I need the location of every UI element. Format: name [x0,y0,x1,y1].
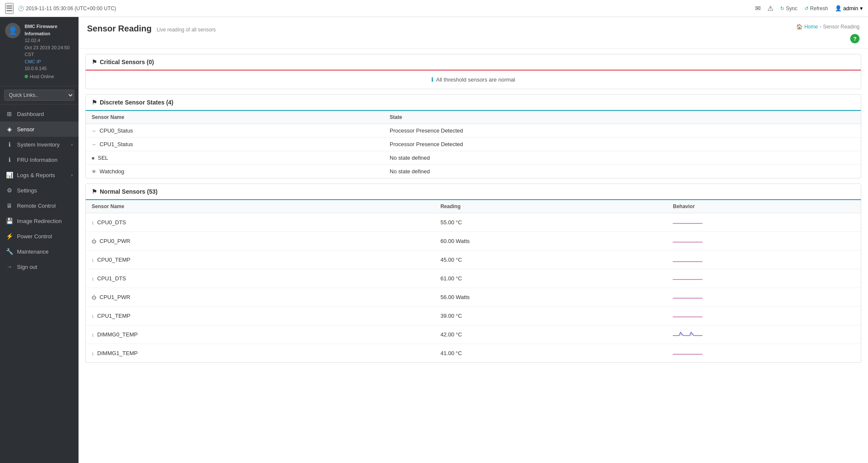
sparkline [673,291,702,302]
sidebar-item-dashboard[interactable]: ⊞ Dashboard [0,106,79,121]
refresh-label: Refresh [810,6,828,11]
sidebar-item-label: Logs & Reports [17,172,55,178]
refresh-button[interactable]: ↺ Refresh [804,6,828,11]
sensor-behavior-cell [667,307,861,325]
sidebar-item-settings[interactable]: ⚙ Settings [0,183,79,198]
host-online-indicator [25,75,28,78]
table-row: ■ SEL No state defined [86,151,861,165]
breadcrumb-current: Sensor Reading [823,24,860,30]
mail-button[interactable]: ✉ [755,4,761,12]
quick-links-select[interactable]: Quick Links.. [4,90,74,101]
avatar: 👤 [5,23,20,38]
fru-icon: ℹ [6,156,13,163]
table-row: ⏻ CPU1_PWR 56.00 Watts [86,288,861,307]
sidebar-item-label: Dashboard [17,111,44,117]
sidebar-item-maintenance[interactable]: 🔧 Maintenance [0,244,79,259]
sidebar-item-power-control[interactable]: ⚡ Power Control [0,229,79,244]
table-row: ↔ CPU1_Status Processor Presence Detecte… [86,138,861,151]
sensor-name-cell: ↕ CPU1_TEMP [86,307,435,325]
critical-sensors-message: ℹ All threshold sensors are normal [86,71,861,89]
sparkline [673,254,702,264]
user-icon: 👤 [835,5,842,11]
table-row: ⏻ CPU0_PWR 60.00 Watts [86,232,861,251]
table-row: ↔ CPU0_Status Processor Presence Detecte… [86,124,861,138]
col-behavior: Behavior [667,200,861,213]
table-row: ↕ DIMMG1_TEMP 41.00 °C [86,344,861,363]
sidebar-item-system-inventory[interactable]: ℹ System Inventory › [0,137,79,152]
sparkline [673,235,702,246]
admin-label: admin [843,5,858,11]
discrete-sensors-title: Discrete Sensor States (4) [100,99,174,106]
sidebar-nav: ⊞ Dashboard ◈ Sensor ℹ System Inventory … [0,104,79,463]
power-control-icon: ⚡ [6,233,13,240]
page-title-area: Sensor Reading Live reading of all senso… [87,24,216,34]
datetime-text: 2019-11-11 05:30:06 (UTC+00:00 UTC) [26,6,116,11]
sync-button[interactable]: ↻ Sync [780,6,798,11]
system-inventory-icon: ℹ [6,141,13,148]
sensor-reading-cell: 61.00 °C [435,269,667,288]
critical-sensors-section: ⚑ Critical Sensors (0) ℹ All threshold s… [85,54,861,89]
sparkline [673,347,702,358]
main-content: ⚑ Critical Sensors (0) ℹ All threshold s… [79,49,868,376]
content-area: Sensor Reading Live reading of all senso… [79,17,868,463]
page-subtitle: Live reading of all sensors [157,27,216,33]
sensor-name-cell: ↕ DIMMG0_TEMP [86,325,435,344]
flag-icon: ⚑ [92,188,97,195]
sidebar-item-image-redirection[interactable]: 💾 Image Redirection [0,213,79,229]
refresh-icon: ↺ [804,6,809,11]
sidebar-item-logs[interactable]: 📊 Logs & Reports › [0,167,79,183]
sidebar-item-label: FRU Information [17,157,57,163]
sensor-state-cell: Processor Presence Detected [384,124,861,138]
alert-button[interactable]: ⚠ [767,4,773,12]
normal-sensors-section: ⚑ Normal Sensors (53) Sensor Name Readin… [85,184,861,363]
breadcrumb-home[interactable]: Home [804,24,818,30]
sensor-name-cell: ⏻ CPU0_PWR [86,232,435,251]
settings-icon: ⚙ [6,187,13,194]
discrete-sensors-table: Sensor Name State ↔ CPU0_Status Processo… [86,111,861,178]
sensor-name-cell: ↕ CPU0_DTS [86,213,435,232]
maintenance-icon: 🔧 [6,248,13,255]
sparkline [673,329,702,339]
critical-sensors-title: Critical Sensors (0) [100,59,154,65]
topbar-left: ☰ 🕐 2019-11-11 05:30:06 (UTC+00:00 UTC) [5,3,755,14]
sensor-behavior-cell [667,251,861,269]
user-details: BMC Firmware Information 12.02.4 Oct 23 … [25,23,73,80]
sidebar-item-fru[interactable]: ℹ FRU Information [0,152,79,167]
sync-label: Sync [786,6,798,11]
sensor-reading-cell: 39.00 °C [435,307,667,325]
sensor-behavior-cell [667,232,861,251]
quick-links[interactable]: Quick Links.. [0,86,79,104]
sensor-type-icon: ⏻ [92,239,96,244]
sensor-name-cell: ↕ CPU0_TEMP [86,251,435,269]
host-status: Host Online [25,73,73,80]
cmc-ip-value: 10.0.9.145 [25,65,73,72]
firmware-date: Oct 23 2019 20:24:50 CST [25,44,73,58]
topbar-datetime: 🕐 2019-11-11 05:30:06 (UTC+00:00 UTC) [18,6,116,11]
main-layout: 👤 BMC Firmware Information 12.02.4 Oct 2… [0,17,868,463]
firmware-title: BMC Firmware Information [25,23,73,37]
sidebar-item-sensor[interactable]: ◈ Sensor [0,121,79,137]
cmc-ip-label[interactable]: CMC IP [25,58,73,65]
sidebar-item-sign-out[interactable]: → Sign out [0,259,79,274]
menu-toggle-button[interactable]: ☰ [5,3,14,14]
admin-menu[interactable]: 👤 admin ▾ [835,5,863,11]
help-button[interactable]: ? [850,34,860,43]
sidebar-item-remote-control[interactable]: 🖥 Remote Control [0,198,79,213]
discrete-sensors-header: ⚑ Discrete Sensor States (4) [86,95,861,111]
image-redirection-icon: 💾 [6,217,13,224]
table-row: ↕ DIMMG0_TEMP 42.00 °C [86,325,861,344]
sensor-name-cell: ↔ CPU1_Status [86,138,384,151]
info-icon: ℹ [431,76,433,83]
sensor-type-icon: ↕ [92,332,94,337]
sensor-name-cell: ↕ CPU1_DTS [86,269,435,288]
sidebar-item-label: Sign out [17,264,37,270]
remote-control-icon: 🖥 [6,202,13,209]
chevron-right-icon: › [71,142,73,147]
flag-icon: ⚑ [92,99,97,106]
home-icon: 🏠 [796,24,803,30]
firmware-version: 12.02.4 [25,37,73,44]
chevron-right-icon: › [71,173,73,178]
table-row: ↕ CPU1_DTS 61.00 °C [86,269,861,288]
normal-sensors-table: Sensor Name Reading Behavior ↕ CPU0_DTS … [86,200,861,362]
critical-sensors-header: ⚑ Critical Sensors (0) [86,54,861,71]
